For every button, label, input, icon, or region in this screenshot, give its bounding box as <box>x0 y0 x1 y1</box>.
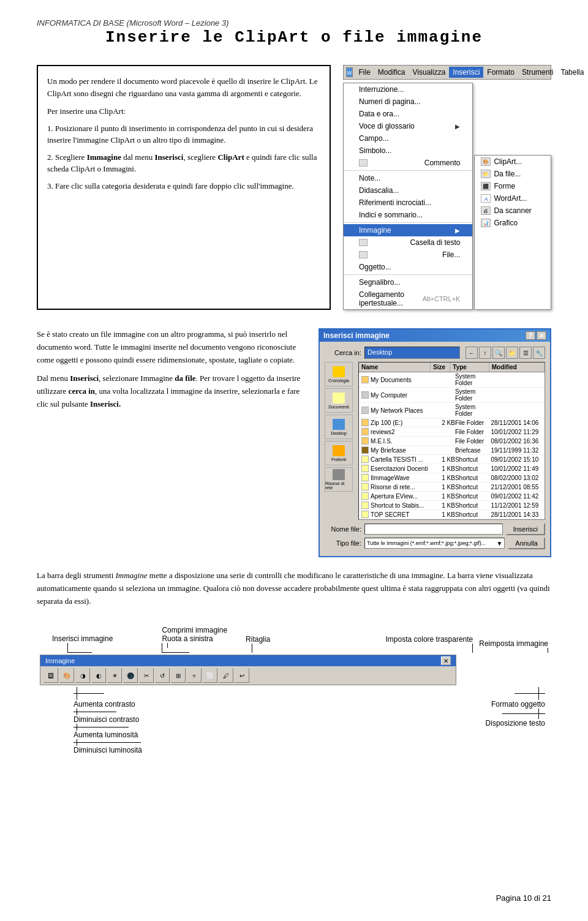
menu-inserisci[interactable]: Inserisci <box>449 67 483 78</box>
intro-step1: 1. Posizionare il punto di inserimento i… <box>47 122 320 146</box>
file-dialog: Inserisci immagine ? ✕ Cerca in: Desktop… <box>318 328 551 557</box>
menu-item-riferimenti[interactable]: Riferimenti incrociati... <box>344 197 472 209</box>
file-row[interactable]: M.E.I.S.File Folder08/01/2002 16:36 <box>359 437 545 446</box>
tb-contrast-more-btn[interactable]: ◑ <box>75 668 90 683</box>
menu-item-campo[interactable]: Campo... <box>344 132 472 145</box>
dropdown-wrapper: Interruzione... Numeri di pagina... Data… <box>343 83 551 310</box>
tb-reset-btn[interactable]: ↩ <box>235 668 249 683</box>
file-row[interactable]: Esercitazioni Docenti1 KBShortcut10/01/2… <box>359 464 545 473</box>
submenu-clipart[interactable]: 🎨 ClipArt... <box>475 156 551 168</box>
dialog-bottom: Nome file: Inserisci Tipo file: Tutte le… <box>325 523 545 549</box>
filetype-select[interactable]: Tutte le immagini (*.emf;*.wmf;*.jpg;*.j… <box>364 538 505 549</box>
menu-item-simbolo[interactable]: Simbolo... <box>344 145 472 157</box>
menu-item-interruzione[interactable]: Interruzione... <box>344 83 472 96</box>
back-btn[interactable]: ← <box>466 347 478 359</box>
dialog-title: Inserisci immagine <box>323 331 390 340</box>
menu-item-commento[interactable]: Commento <box>344 157 472 169</box>
menu-tabella[interactable]: Tabella <box>557 67 587 78</box>
lookin-input[interactable]: Desktop <box>364 347 460 359</box>
file-row[interactable]: IlmmageWave1 KBShortcut08/02/2000 13:02 <box>359 473 545 483</box>
submenu-wordart[interactable]: A WordArt... <box>475 192 551 205</box>
wordart-icon: A <box>481 194 491 203</box>
page-footer: Pagina 10 di 21 <box>496 893 551 903</box>
tb-bright-less-btn[interactable]: 🌑 <box>123 668 138 683</box>
dialog-close-btn[interactable]: ✕ <box>537 331 546 340</box>
middle-p1: Se è stato creato un file immagine con u… <box>37 328 306 366</box>
newfolder-btn[interactable]: 📁 <box>506 347 518 359</box>
tb-insert-image-btn[interactable]: 🖼 <box>43 668 58 683</box>
shortcut-icon <box>361 465 369 472</box>
insert-button[interactable]: Inserisci <box>506 523 545 535</box>
clipart-icon: 🎨 <box>481 157 491 166</box>
label-diminuisci-luminosita: Diminuisci luminosità <box>74 746 142 754</box>
menu-item-glossario[interactable]: Voce di glossario▶ <box>344 120 472 132</box>
view-btn[interactable]: ☰ <box>519 347 532 359</box>
submenu-scanner[interactable]: 🖨 Da scanner <box>475 205 551 217</box>
submenu-grafico[interactable]: 📊 Grafico <box>475 217 551 229</box>
filetype-label: Tipo file: <box>325 539 361 547</box>
file-row[interactable]: Cartella TESISTI ...1 KBShortcut09/01/20… <box>359 455 545 464</box>
tb-bright-more-btn[interactable]: ☀ <box>107 668 122 683</box>
submenu-dafile[interactable]: 📁 Da file... <box>475 168 551 180</box>
sidebar-documenti[interactable]: Documenti <box>325 388 353 413</box>
label-diminuisci-contrasto: Diminuisci contrasto <box>74 715 142 724</box>
tb-text-wrap-btn[interactable]: ≡ <box>187 668 202 683</box>
menu-item-note[interactable]: Note... <box>344 172 472 184</box>
toolbar-close-btn[interactable]: ✕ <box>441 656 451 665</box>
shortcut-icon <box>361 492 369 500</box>
cancel-button[interactable]: Annulla <box>508 537 545 549</box>
tb-compress-btn[interactable]: ⊞ <box>171 668 186 683</box>
sidebar-preferiti[interactable]: Preferiti <box>325 441 353 465</box>
tb-rotate-btn[interactable]: ↺ <box>155 668 170 683</box>
file-row[interactable]: My Network PlacesSystem Folder <box>359 403 545 418</box>
tb-color-btn[interactable]: 🎨 <box>59 668 74 683</box>
menu-item-indici[interactable]: Indici e sommario... <box>344 209 472 221</box>
label-reimposta: Reimposta immagine <box>479 639 548 648</box>
sidebar-cronologia[interactable]: Cronologia <box>325 362 353 386</box>
menu-item-file[interactable]: File... <box>344 249 472 261</box>
menu-separator-3 <box>344 274 472 275</box>
sidebar-desktop[interactable]: Desktop <box>325 415 353 439</box>
tools-btn[interactable]: 🔧 <box>533 347 545 359</box>
file-row[interactable]: Risorse di rete...1 KBShortcut21/12/2001… <box>359 483 545 492</box>
menu-item-numeripagina[interactable]: Numeri di pagina... <box>344 96 472 108</box>
menu-item-didascalia[interactable]: Didascalia... <box>344 184 472 197</box>
file-row[interactable]: reviews2File Folder10/01/2002 11:29 <box>359 427 545 437</box>
menu-file[interactable]: File <box>355 67 374 78</box>
file-row[interactable]: TOP SECRET1 KBShortcut28/11/2001 14:33 <box>359 510 545 519</box>
tb-contrast-less-btn[interactable]: ◐ <box>91 668 106 683</box>
tb-crop-btn[interactable]: ✂ <box>139 668 154 683</box>
file-row[interactable]: Shortcut to Stabis...1 KBShortcut11/12/2… <box>359 501 545 510</box>
file-row[interactable]: My BriefcaseBriefcase19/11/1999 11:32 <box>359 446 545 455</box>
dialog-minimize-btn[interactable]: ? <box>526 331 535 340</box>
menu-item-casella[interactable]: Casella di testo <box>344 236 472 249</box>
menu-item-data[interactable]: Data e ora... <box>344 108 472 120</box>
immagine-bar-body: 🖼 🎨 ◑ ◐ ☀ 🌑 ✂ ↺ ⊞ ≡ ⬜ 🖊 ↩ <box>40 666 456 685</box>
search-btn[interactable]: 🔍 <box>492 347 505 359</box>
tb-transparent-btn[interactable]: 🖊 <box>219 668 233 683</box>
file-row[interactable]: Apertura EView...1 KBShortcut09/01/2002 … <box>359 492 545 501</box>
menu-item-collegamento[interactable]: Collegamento ipertestuale...Alt+CTRL+K <box>344 288 472 309</box>
grafico-icon: 📊 <box>481 219 491 227</box>
menu-item-immagine[interactable]: Immagine▶ <box>344 224 472 236</box>
menu-item-oggetto[interactable]: Oggetto... <box>344 261 472 273</box>
menu-bar: W File Modifica Visualizza Inserisci For… <box>343 65 551 80</box>
menu-formato[interactable]: Formato <box>483 67 518 78</box>
intro-p2: Per inserire una ClipArt: <box>47 105 320 118</box>
menu-visualizza[interactable]: Visualizza <box>409 67 450 78</box>
filename-input[interactable] <box>364 524 503 535</box>
file-row[interactable]: Zip 100 (E:)2 KBFile Folder28/11/2001 14… <box>359 418 545 427</box>
menu-item-segnalibro[interactable]: Segnalibro... <box>344 276 472 288</box>
menu-modifica[interactable]: Modifica <box>374 67 409 78</box>
menu-strumenti[interactable]: Strumenti <box>518 67 557 78</box>
submenu-forme[interactable]: ⬛ Forme <box>475 180 551 192</box>
up-btn[interactable]: ↑ <box>479 347 491 359</box>
menu-screenshot: W File Modifica Visualizza Inserisci For… <box>343 65 551 310</box>
file-row[interactable]: My DocumentsSystem Folder <box>359 372 545 388</box>
sidebar-risorse[interactable]: Risorse di rete <box>325 467 353 492</box>
tb-format-btn[interactable]: ⬜ <box>203 668 217 683</box>
filename-label: Nome file: <box>325 525 361 533</box>
file-row[interactable]: My ComputerSystem Folder <box>359 388 545 403</box>
folder-icon <box>361 391 369 399</box>
word-icon: W <box>346 67 353 77</box>
